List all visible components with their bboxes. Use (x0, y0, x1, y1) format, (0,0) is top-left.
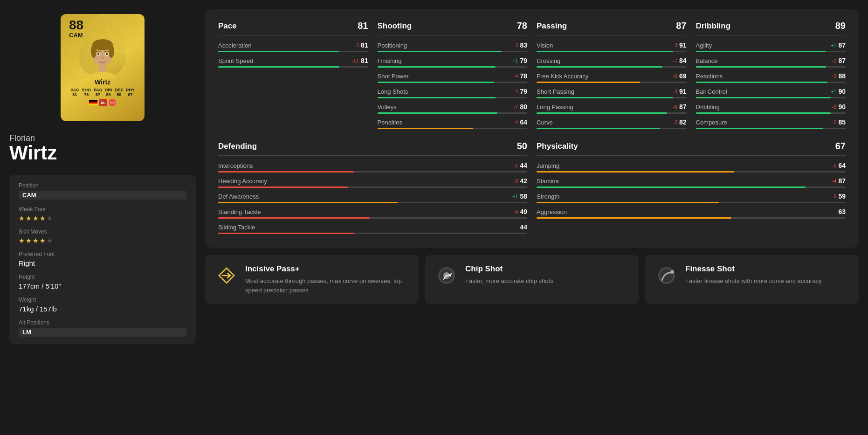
stat-delta: +1 (831, 89, 837, 94)
stat-bar-wrap (696, 128, 846, 129)
stat-row: Long Shots-479 (378, 88, 528, 95)
skill-moves-row: Skill Moves ★★★★★ (19, 228, 186, 244)
skill-moves-label: Skill Moves (19, 228, 186, 235)
weak-foot-label: Weak Foot (19, 206, 186, 213)
stat-bar (537, 97, 673, 98)
svg-point-14 (97, 53, 100, 55)
stat-row: Volleys-780 (378, 103, 528, 110)
stat-delta: -8 (514, 209, 518, 214)
left-panel: 88 CAM (9, 9, 196, 344)
svg-point-7 (90, 72, 116, 78)
position-row: Position CAM (19, 182, 186, 200)
stat-delta-value: -464 (514, 118, 527, 126)
stat-item: Stamina-487 (537, 175, 846, 190)
category-score: 89 (835, 21, 846, 31)
stat-item: Curve-282 (537, 116, 687, 131)
stat-value: 88 (838, 72, 846, 80)
stat-delta-value: -144 (514, 162, 527, 169)
stat-bar (537, 202, 719, 203)
stat-bar-wrap (537, 128, 687, 129)
stat-bar (696, 51, 827, 52)
stat-bar (378, 112, 497, 114)
stat-bar-wrap (218, 66, 368, 68)
stats-bottom-grid: Defending50Interceptions-144Heading Accu… (218, 141, 846, 236)
stat-value: 69 (679, 72, 687, 80)
stat-name: Penalties (378, 119, 402, 126)
preferred-foot-value: Right (19, 259, 186, 267)
stat-bar-wrap (696, 82, 846, 83)
stat-delta: -4 (514, 119, 518, 125)
stat-delta-value: -390 (832, 103, 846, 110)
stat-category-shooting: Shooting78Positioning-383Finishing+179Sh… (378, 21, 528, 131)
stat-bar-wrap (696, 51, 846, 52)
german-flag (89, 100, 97, 105)
club-badge: B04 (109, 99, 116, 106)
stat-bar (218, 217, 370, 219)
stat-delta-value: -342 (514, 177, 527, 185)
stat-item: Balance-287 (696, 55, 846, 70)
stat-value: 91 (679, 88, 687, 95)
stat-value: 83 (520, 41, 527, 49)
player-info-box: Position CAM Weak Foot ★★★★★ Skill Moves… (9, 175, 196, 344)
stat-delta: +1 (512, 193, 518, 199)
card-stat-phy: PHY 67 (126, 88, 135, 97)
stat-name: Aggression (537, 208, 567, 215)
stat-row: Vision-391 (537, 41, 687, 49)
stat-row: Shot Power-478 (378, 72, 528, 80)
stat-bar (378, 66, 496, 68)
stat-category-physicality: Physicality67Jumping-564Stamina-487Stren… (537, 141, 846, 236)
stat-bar-wrap (537, 51, 687, 52)
stat-name: Curve (537, 119, 553, 126)
stat-name: Finishing (378, 57, 402, 64)
stat-bar-wrap (378, 112, 528, 114)
stat-row: Reactions-388 (696, 72, 846, 80)
stat-name: Shot Power (378, 73, 409, 80)
stat-item: Aggression63 (537, 206, 846, 221)
card-stat-pac: PAC 81 (70, 88, 79, 97)
stat-bar (696, 97, 831, 98)
stat-bar-wrap (218, 217, 527, 219)
card-player-name: Wirtz (95, 78, 110, 86)
stat-bar (378, 82, 495, 83)
stat-value: 59 (838, 193, 846, 200)
stat-delta-value: -388 (832, 72, 846, 80)
stat-delta: -3 (832, 73, 837, 79)
stat-bar-wrap (378, 128, 528, 129)
stat-delta-value: -282 (673, 118, 686, 126)
star-filled: ★ (33, 214, 39, 222)
stat-value: 81 (361, 57, 368, 64)
playstyle-text: Finesse ShotFaster finesse shots with mo… (685, 264, 822, 286)
stat-bar (218, 202, 398, 203)
stat-row: Penalties-464 (378, 118, 528, 126)
stat-bar-wrap (537, 112, 687, 114)
stat-item: Crossing-784 (537, 55, 687, 70)
stat-delta: -3 (673, 42, 677, 48)
stat-bar (378, 51, 502, 52)
stat-delta: -2 (673, 119, 677, 125)
star-filled: ★ (19, 237, 25, 244)
stat-row: Crossing-784 (537, 57, 687, 64)
stat-bar-wrap (537, 186, 846, 188)
stat-value: 79 (520, 88, 527, 95)
stat-item: Short Passing-391 (537, 85, 687, 101)
stat-row: Free Kick Accuracy-669 (537, 72, 687, 80)
category-name: Defending (218, 142, 257, 151)
playstyle-text: Chip ShotFaster, more accurate chip shot… (465, 264, 553, 286)
stat-bar (218, 186, 348, 188)
playstyle-text: Incisive Pass+Most accurate through pass… (245, 264, 408, 295)
stat-item: Positioning-383 (378, 39, 528, 55)
stat-delta: +1 (831, 42, 837, 48)
star-filled: ★ (19, 214, 25, 222)
stat-bar (218, 171, 354, 173)
stat-bar-wrap (378, 51, 528, 52)
stat-delta: -6 (673, 73, 677, 79)
stat-delta-value: -287 (832, 57, 846, 64)
stat-value: 64 (838, 162, 846, 169)
playstyle-icon (655, 264, 678, 287)
stat-delta-value: -784 (673, 57, 686, 64)
stat-delta: -4 (832, 178, 837, 184)
position-label: Position (19, 182, 186, 189)
stat-delta-value: -487 (832, 177, 846, 185)
star-empty: ★ (47, 237, 53, 244)
stat-item: Long Passing-687 (537, 101, 687, 116)
